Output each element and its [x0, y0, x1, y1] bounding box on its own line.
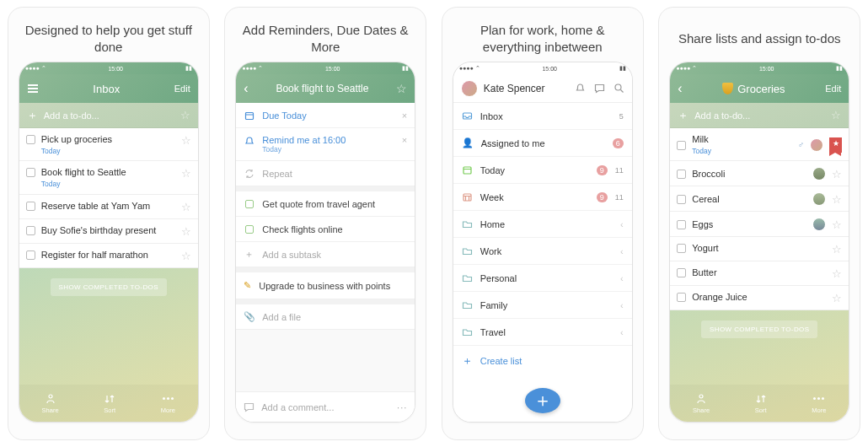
todo-item[interactable]: Cereal☆ [670, 186, 849, 212]
share-button[interactable]: Share [693, 393, 710, 414]
list-item-week[interactable]: Week911 [453, 184, 632, 211]
subtask-item[interactable]: Get quote from travel agent [236, 191, 415, 217]
todo-title: Buy Sofie's birthday present [41, 225, 175, 237]
checkbox[interactable] [26, 168, 35, 177]
chat-icon[interactable] [594, 83, 605, 94]
add-placeholder: Add a to-do... [44, 110, 99, 121]
star-icon[interactable]: ☆ [832, 168, 842, 180]
checkbox[interactable] [26, 226, 35, 235]
navbar: ‹ Book flight to Seattle ☆ [236, 74, 415, 103]
list-item-inbox[interactable]: Inbox5 [453, 103, 632, 130]
more-button[interactable]: More [161, 393, 175, 414]
checkbox[interactable] [677, 220, 686, 229]
todo-item[interactable]: Buy Sofie's birthday present☆ [19, 219, 198, 244]
list-item-folder[interactable]: Travel‹ [453, 319, 632, 346]
note-row[interactable]: ✎Upgrade to business with points [236, 272, 415, 299]
create-list-button[interactable]: ＋Create list [453, 346, 632, 376]
back-icon[interactable]: ‹ [244, 81, 248, 96]
plus-icon: ＋ [462, 353, 473, 369]
star-icon[interactable]: ☆ [181, 250, 191, 262]
show-completed-button[interactable]: SHOW COMPLETED TO-DOS [51, 278, 167, 296]
menu-icon[interactable] [27, 83, 39, 94]
status-bar: ●●●● ⌃15:00▮▮ [453, 62, 632, 74]
assigned-icon: ♂ [798, 140, 805, 149]
reminder-row[interactable]: Remind me at 16:00Today× [236, 128, 415, 161]
sort-button[interactable]: Sort [755, 393, 767, 414]
list-item-assigned[interactable]: 👤Assigned to me6 [453, 130, 632, 157]
fab-add-button[interactable]: ＋ [525, 388, 560, 413]
repeat-row[interactable]: Repeat [236, 161, 415, 186]
todo-item[interactable]: Butter☆ [670, 261, 849, 286]
share-button[interactable]: Share [42, 393, 59, 414]
add-todo-input[interactable]: ＋ Add a to-do... ☆ [670, 103, 849, 128]
star-icon[interactable]: ☆ [832, 292, 842, 304]
comment-input[interactable]: Add a comment... ··· [236, 391, 415, 422]
list-item-folder[interactable]: Work‹ [453, 238, 632, 265]
todo-item[interactable]: Eggs☆ [670, 212, 849, 237]
list-item-folder[interactable]: Personal‹ [453, 265, 632, 292]
star-icon[interactable]: ☆ [181, 201, 191, 213]
add-subtask-row[interactable]: ＋Add a subtask [236, 242, 415, 267]
checkbox[interactable] [677, 170, 686, 179]
checkbox[interactable] [677, 244, 686, 253]
more-button[interactable]: More [812, 393, 826, 414]
checkbox[interactable] [26, 202, 35, 211]
back-icon[interactable]: ‹ [678, 81, 682, 96]
todo-item[interactable]: Orange Juice☆ [670, 286, 849, 310]
todo-item[interactable]: Yogurt☆ [670, 237, 849, 261]
subtask-item[interactable]: Check flights online [236, 217, 415, 242]
avatar[interactable] [461, 80, 478, 97]
bell-icon[interactable] [575, 83, 586, 94]
checkbox[interactable] [677, 195, 686, 204]
search-icon[interactable] [613, 83, 624, 94]
plus-icon: ＋ [244, 249, 255, 260]
repeat-label: Repeat [262, 169, 407, 179]
star-icon[interactable]: ☆ [181, 167, 191, 180]
star-icon[interactable]: ☆ [832, 267, 842, 280]
todo-item[interactable]: Pick up groceriesToday☆ [19, 128, 198, 161]
bell-icon [244, 135, 255, 146]
checkbox[interactable] [26, 135, 35, 144]
clear-icon[interactable]: × [402, 135, 407, 145]
checkbox[interactable] [677, 268, 686, 277]
more-icon[interactable]: ··· [397, 402, 407, 412]
star-icon[interactable]: ☆ [181, 134, 191, 147]
star-icon[interactable]: ☆ [832, 193, 842, 206]
edit-button[interactable]: Edit [825, 83, 841, 94]
show-completed-button[interactable]: SHOW COMPLETED TO-DOS [701, 320, 817, 338]
list-item-folder[interactable]: Home‹ [453, 211, 632, 238]
list-item-folder[interactable]: Family‹ [453, 292, 632, 319]
checkbox[interactable] [244, 224, 255, 234]
list-item-today[interactable]: Today911 [453, 157, 632, 184]
todo-item[interactable]: Reserve table at Yam Yam☆ [19, 195, 198, 219]
checkbox[interactable] [26, 250, 35, 260]
repeat-icon [244, 168, 255, 179]
reminder-sub: Today [262, 145, 394, 153]
battery-icon: ▮▮ [185, 65, 192, 72]
caption: Add Reminders, Due Dates & More [232, 16, 419, 62]
star-icon[interactable]: ☆ [832, 218, 842, 231]
add-todo-input[interactable]: ＋ Add a to-do... ☆ [19, 103, 198, 128]
star-ribbon[interactable]: ★ [829, 137, 842, 153]
chevron-icon: ‹ [620, 327, 624, 337]
todo-item[interactable]: Book flight to SeattleToday☆ [19, 161, 198, 194]
add-file-row[interactable]: 📎Add a file [236, 304, 415, 330]
todo-item[interactable]: Broccoli☆ [670, 161, 849, 186]
checkbox[interactable] [677, 293, 686, 302]
svg-rect-9 [463, 167, 471, 174]
screen-body: Due Today× Remind me at 16:00Today× Repe… [236, 103, 415, 422]
star-icon[interactable]: ☆ [832, 243, 842, 256]
folder-icon [462, 272, 473, 283]
due-date-row[interactable]: Due Today× [236, 103, 415, 128]
checkbox[interactable] [677, 141, 686, 150]
comment-icon [244, 401, 255, 412]
star-icon[interactable]: ☆ [181, 225, 191, 238]
clear-icon[interactable]: × [402, 110, 407, 121]
sort-button[interactable]: Sort [104, 393, 115, 414]
edit-button[interactable]: Edit [174, 83, 190, 94]
star-icon[interactable]: ☆ [396, 82, 407, 95]
todo-item[interactable]: Register for half marathon☆ [19, 244, 198, 268]
checkbox[interactable] [244, 198, 255, 209]
todo-item[interactable]: MilkToday♂★ [670, 128, 849, 161]
avatar [812, 192, 826, 206]
